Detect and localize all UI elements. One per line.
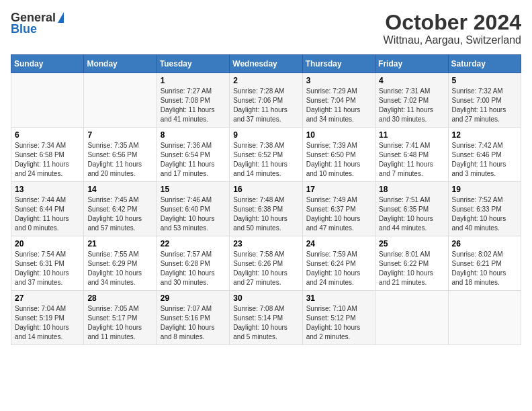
table-row: 25Sunrise: 8:01 AMSunset: 6:22 PMDayligh…: [375, 236, 448, 291]
daylight-text: Daylight: 10 hours and 21 minutes.: [379, 269, 444, 287]
sunrise-text: Sunrise: 7:35 AM: [87, 141, 152, 150]
table-row: 10Sunrise: 7:39 AMSunset: 6:50 PMDayligh…: [302, 128, 375, 182]
sunset-text: Sunset: 6:48 PM: [379, 150, 444, 160]
day-info: Sunrise: 7:36 AMSunset: 6:54 PMDaylight:…: [161, 141, 226, 179]
day-info: Sunrise: 7:46 AMSunset: 6:40 PMDaylight:…: [161, 195, 226, 233]
sunset-text: Sunset: 6:52 PM: [233, 150, 298, 160]
sunrise-text: Sunrise: 7:48 AM: [233, 195, 298, 205]
daylight-text: Daylight: 10 hours and 8 minutes.: [161, 323, 226, 342]
table-row: 3Sunrise: 7:29 AMSunset: 7:04 PMDaylight…: [302, 73, 375, 128]
table-row: [84, 73, 157, 128]
day-number: 27: [15, 293, 80, 303]
day-info: Sunrise: 7:31 AMSunset: 7:02 PMDaylight:…: [379, 87, 444, 124]
table-row: 22Sunrise: 7:57 AMSunset: 6:28 PMDayligh…: [157, 236, 229, 291]
daylight-text: Daylight: 10 hours and 40 minutes.: [452, 214, 517, 233]
table-row: 14Sunrise: 7:45 AMSunset: 6:42 PMDayligh…: [84, 182, 157, 236]
day-info: Sunrise: 7:04 AMSunset: 5:19 PMDaylight:…: [15, 304, 80, 342]
sunset-text: Sunset: 6:50 PM: [306, 150, 371, 160]
table-row: 31Sunrise: 7:10 AMSunset: 5:12 PMDayligh…: [302, 291, 375, 345]
day-info: Sunrise: 7:48 AMSunset: 6:38 PMDaylight:…: [233, 195, 298, 233]
table-row: 29Sunrise: 7:07 AMSunset: 5:16 PMDayligh…: [157, 291, 229, 345]
sunset-text: Sunset: 7:00 PM: [452, 96, 517, 105]
sunset-text: Sunset: 6:56 PM: [87, 150, 152, 160]
sunrise-text: Sunrise: 7:57 AM: [161, 250, 226, 259]
sunrise-text: Sunrise: 7:05 AM: [87, 304, 152, 314]
day-info: Sunrise: 7:10 AMSunset: 5:12 PMDaylight:…: [306, 304, 371, 342]
table-row: 12Sunrise: 7:42 AMSunset: 6:46 PMDayligh…: [448, 128, 521, 182]
day-info: Sunrise: 7:08 AMSunset: 5:14 PMDaylight:…: [233, 304, 298, 342]
calendar-table: Sunday Monday Tuesday Wednesday Thursday…: [11, 54, 521, 345]
day-info: Sunrise: 7:58 AMSunset: 6:26 PMDaylight:…: [233, 250, 298, 287]
day-number: 7: [87, 130, 152, 140]
day-info: Sunrise: 7:55 AMSunset: 6:29 PMDaylight:…: [87, 250, 152, 287]
day-number: 1: [161, 76, 226, 85]
header-sunday: Sunday: [11, 55, 84, 73]
sunrise-text: Sunrise: 7:41 AM: [379, 141, 444, 150]
table-row: 18Sunrise: 7:51 AMSunset: 6:35 PMDayligh…: [375, 182, 448, 236]
daylight-text: Daylight: 11 hours and 10 minutes.: [306, 160, 371, 179]
header-monday: Monday: [84, 55, 157, 73]
table-row: 21Sunrise: 7:55 AMSunset: 6:29 PMDayligh…: [84, 236, 157, 291]
sunrise-text: Sunrise: 7:10 AM: [306, 304, 371, 314]
day-info: Sunrise: 7:44 AMSunset: 6:44 PMDaylight:…: [15, 195, 80, 233]
daylight-text: Daylight: 10 hours and 27 minutes.: [233, 269, 298, 287]
day-number: 15: [161, 185, 226, 194]
sunset-text: Sunset: 6:31 PM: [15, 259, 80, 269]
day-number: 8: [161, 130, 226, 140]
sunrise-text: Sunrise: 7:07 AM: [161, 304, 226, 314]
day-number: 14: [87, 185, 152, 194]
daylight-text: Daylight: 11 hours and 3 minutes.: [452, 160, 517, 179]
calendar-week-row: 27Sunrise: 7:04 AMSunset: 5:19 PMDayligh…: [11, 291, 521, 345]
daylight-text: Daylight: 11 hours and 34 minutes.: [306, 105, 371, 124]
header-wednesday: Wednesday: [230, 55, 302, 73]
sunrise-text: Sunrise: 7:39 AM: [306, 141, 371, 150]
day-number: 4: [379, 76, 444, 85]
table-row: 17Sunrise: 7:49 AMSunset: 6:37 PMDayligh…: [302, 182, 375, 236]
daylight-text: Daylight: 10 hours and 57 minutes.: [87, 214, 152, 233]
table-row: 1Sunrise: 7:27 AMSunset: 7:08 PMDaylight…: [157, 73, 229, 128]
day-info: Sunrise: 7:39 AMSunset: 6:50 PMDaylight:…: [306, 141, 371, 179]
sunrise-text: Sunrise: 7:45 AM: [87, 195, 152, 205]
sunset-text: Sunset: 5:14 PM: [233, 314, 298, 323]
sunset-text: Sunset: 5:19 PM: [15, 314, 80, 323]
sunset-text: Sunset: 6:33 PM: [452, 205, 517, 214]
sunrise-text: Sunrise: 7:32 AM: [452, 87, 517, 96]
page-header: General Blue October 2024 Wittnau, Aarga…: [11, 11, 521, 46]
logo: General Blue: [11, 11, 64, 36]
calendar-body: 1Sunrise: 7:27 AMSunset: 7:08 PMDaylight…: [11, 73, 521, 345]
table-row: 23Sunrise: 7:58 AMSunset: 6:26 PMDayligh…: [230, 236, 302, 291]
sunrise-text: Sunrise: 7:08 AM: [233, 304, 298, 314]
day-number: 26: [452, 239, 517, 248]
sunrise-text: Sunrise: 7:58 AM: [233, 250, 298, 259]
day-number: 31: [306, 293, 371, 303]
day-number: 12: [452, 130, 517, 140]
sunset-text: Sunset: 6:37 PM: [306, 205, 371, 214]
calendar-week-row: 13Sunrise: 7:44 AMSunset: 6:44 PMDayligh…: [11, 182, 521, 236]
day-info: Sunrise: 7:38 AMSunset: 6:52 PMDaylight:…: [233, 141, 298, 179]
daylight-text: Daylight: 10 hours and 24 minutes.: [306, 269, 371, 287]
day-number: 10: [306, 130, 371, 140]
day-number: 17: [306, 185, 371, 194]
table-row: [448, 291, 521, 345]
calendar-week-row: 1Sunrise: 7:27 AMSunset: 7:08 PMDaylight…: [11, 73, 521, 128]
day-info: Sunrise: 7:52 AMSunset: 6:33 PMDaylight:…: [452, 195, 517, 233]
header-tuesday: Tuesday: [157, 55, 229, 73]
day-info: Sunrise: 7:32 AMSunset: 7:00 PMDaylight:…: [452, 87, 517, 124]
sunrise-text: Sunrise: 8:01 AM: [379, 250, 444, 259]
sunset-text: Sunset: 6:24 PM: [306, 259, 371, 269]
day-info: Sunrise: 7:54 AMSunset: 6:31 PMDaylight:…: [15, 250, 80, 287]
daylight-text: Daylight: 10 hours and 50 minutes.: [233, 214, 298, 233]
day-number: 28: [87, 293, 152, 303]
sunrise-text: Sunrise: 7:34 AM: [15, 141, 80, 150]
day-number: 5: [452, 76, 517, 85]
daylight-text: Daylight: 10 hours and 30 minutes.: [161, 269, 226, 287]
table-row: 20Sunrise: 7:54 AMSunset: 6:31 PMDayligh…: [11, 236, 84, 291]
table-row: 9Sunrise: 7:38 AMSunset: 6:52 PMDaylight…: [230, 128, 302, 182]
sunrise-text: Sunrise: 8:02 AM: [452, 250, 517, 259]
table-row: 30Sunrise: 7:08 AMSunset: 5:14 PMDayligh…: [230, 291, 302, 345]
header-thursday: Thursday: [302, 55, 375, 73]
day-info: Sunrise: 7:35 AMSunset: 6:56 PMDaylight:…: [87, 141, 152, 179]
day-number: 20: [15, 239, 80, 248]
table-row: 27Sunrise: 7:04 AMSunset: 5:19 PMDayligh…: [11, 291, 84, 345]
day-number: 16: [233, 185, 298, 194]
